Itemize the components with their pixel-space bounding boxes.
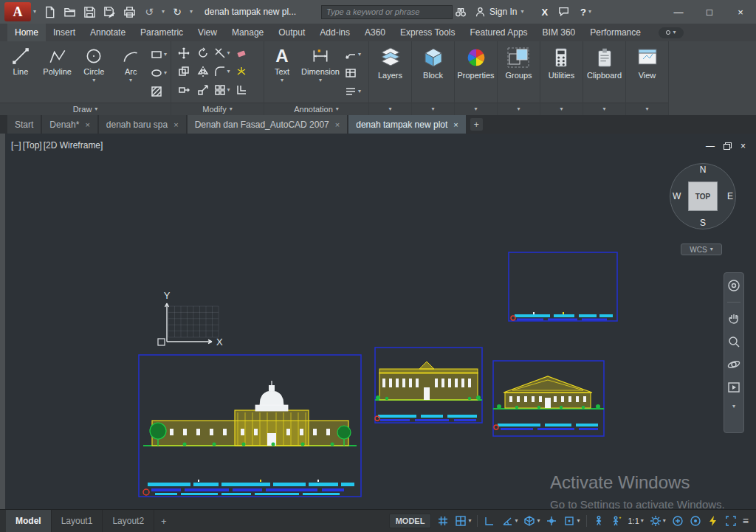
ellipse-button[interactable]: ▾: [151, 66, 167, 80]
file-tab-denah-tampak-new-plot[interactable]: denah tampak new plot×: [348, 115, 466, 134]
sign-in-button[interactable]: Sign In ▾: [475, 7, 523, 18]
trim-button[interactable]: ▾: [214, 47, 230, 59]
wcs-menu[interactable]: WCS ▾: [681, 243, 722, 255]
leader-button[interactable]: ▾: [345, 47, 361, 62]
fillet-button[interactable]: ▾: [214, 66, 230, 77]
maximize-button[interactable]: □: [694, 0, 725, 24]
erase-button[interactable]: [236, 47, 247, 59]
elevation-main[interactable]: [139, 355, 361, 497]
viewcube-west[interactable]: W: [673, 191, 681, 201]
file-tab-start[interactable]: Start: [7, 115, 41, 134]
arc-button[interactable]: Arc ▾: [114, 44, 148, 103]
drawing-canvas[interactable]: Y X: [5, 134, 756, 509]
close-tab-icon[interactable]: ×: [453, 120, 458, 129]
close-tab-icon[interactable]: ×: [335, 120, 340, 129]
ribbon-tab-addins[interactable]: Add-ins: [312, 24, 357, 41]
viewcube-east[interactable]: E: [727, 191, 733, 201]
viewport-view-menu[interactable]: [Top]: [23, 140, 42, 151]
save-as-button[interactable]: [102, 4, 117, 19]
clean-screen-button[interactable]: [725, 515, 737, 527]
orbit-icon[interactable]: [727, 358, 740, 371]
ribbon-tab-performance[interactable]: Performance: [583, 24, 648, 41]
viewcube[interactable]: N S W E TOP: [670, 163, 736, 229]
ribbon-tab-home[interactable]: Home: [7, 24, 46, 41]
search-input[interactable]: [321, 5, 453, 19]
annotation-scale-button[interactable]: 1:1▾: [628, 517, 644, 525]
isodraft-button[interactable]: ▾: [523, 515, 540, 527]
navbar-caret-icon[interactable]: ▾: [732, 404, 735, 410]
annotation-visibility-button[interactable]: [593, 515, 605, 527]
undo-button[interactable]: ↺: [142, 4, 157, 19]
communication-center-icon[interactable]: [558, 6, 570, 18]
close-tab-icon[interactable]: ×: [85, 120, 89, 129]
ribbon-tab-view[interactable]: View: [190, 24, 224, 41]
new-layout-button[interactable]: +: [154, 510, 173, 532]
array-button[interactable]: ▾: [214, 84, 230, 96]
graphics-performance-button[interactable]: [707, 515, 719, 527]
model-space-viewport[interactable]: [−] [Top] [2D Wireframe] — × Y X: [0, 134, 756, 509]
search-button[interactable]: [453, 5, 469, 19]
file-tab-denah-dan-fasad[interactable]: Denah dan Fasad_AutoCAD 2007×: [188, 115, 348, 134]
osnap-button[interactable]: ▾: [563, 515, 580, 527]
viewcube-top-face[interactable]: TOP: [688, 182, 718, 211]
application-menu-button[interactable]: A: [4, 2, 31, 21]
file-tab-denah[interactable]: Denah*×: [42, 115, 97, 134]
block-button[interactable]: Block: [422, 44, 445, 103]
draw-panel-footer[interactable]: Draw▾: [0, 103, 171, 115]
drawing-close-button[interactable]: ×: [740, 141, 746, 151]
rotate-button[interactable]: [197, 47, 209, 59]
model-tab[interactable]: Model: [6, 510, 52, 532]
customization-button[interactable]: ≡: [743, 515, 749, 527]
properties-panel-footer[interactable]: ▾: [455, 103, 497, 115]
polyline-button[interactable]: Polyline: [41, 44, 75, 103]
clipboard-button[interactable]: Clipboard: [587, 44, 622, 103]
table-button[interactable]: [345, 66, 361, 80]
scale-button[interactable]: [197, 84, 209, 96]
application-menu-caret-icon[interactable]: ▾: [33, 9, 36, 15]
view-panel-footer[interactable]: ▾: [626, 103, 668, 115]
ribbon-tab-annotate[interactable]: Annotate: [83, 24, 133, 41]
pan-hand-icon[interactable]: [727, 312, 740, 325]
explode-button[interactable]: [236, 66, 247, 77]
new-file-button[interactable]: [42, 4, 57, 19]
copy-button[interactable]: [178, 66, 190, 77]
osnap-tracking-button[interactable]: [546, 515, 557, 527]
grid-display-button[interactable]: [437, 515, 449, 527]
layers-button[interactable]: Layers: [378, 44, 402, 103]
viewport-controls-menu[interactable]: [−]: [11, 140, 21, 151]
minimize-button[interactable]: —: [663, 0, 694, 24]
ribbon-tab-bim360[interactable]: BIM 360: [535, 24, 583, 41]
move-button[interactable]: [178, 47, 190, 59]
rectangle-button[interactable]: ▾: [151, 47, 167, 62]
ribbon-tab-a360[interactable]: A360: [357, 24, 393, 41]
hatch-button[interactable]: [151, 84, 167, 99]
properties-button[interactable]: Properties: [457, 44, 494, 103]
viewport-visual-style-menu[interactable]: [2D Wireframe]: [44, 140, 103, 151]
ribbon-tab-insert[interactable]: Insert: [46, 24, 83, 41]
isolate-objects-button[interactable]: [690, 515, 701, 527]
viewcube-south[interactable]: S: [700, 218, 706, 228]
layout1-tab[interactable]: Layout1: [52, 510, 103, 532]
close-tab-icon[interactable]: ×: [173, 120, 178, 129]
exchange-apps-icon[interactable]: X: [541, 7, 548, 18]
save-button[interactable]: [82, 4, 97, 19]
full-navigation-wheel-icon[interactable]: [727, 279, 740, 292]
model-space-button[interactable]: MODEL: [389, 514, 432, 528]
drawing-restore-button[interactable]: [724, 142, 732, 150]
circle-button[interactable]: Circle ▾: [78, 44, 111, 103]
close-button[interactable]: ×: [725, 0, 756, 24]
ribbon-tab-featured-apps[interactable]: Featured Apps: [463, 24, 535, 41]
workspace-switching-button[interactable]: ▾: [650, 515, 666, 527]
file-tab-denah-baru-spa[interactable]: denah baru spa×: [99, 115, 186, 134]
text-button[interactable]: A Text ▾: [268, 44, 296, 103]
drawing-minimize-button[interactable]: —: [706, 141, 715, 151]
mirror-button[interactable]: [197, 66, 209, 77]
clipboard-panel-footer[interactable]: ▾: [583, 103, 625, 115]
open-button[interactable]: [62, 4, 77, 19]
elevation-right[interactable]: [493, 361, 604, 436]
redo-caret-icon[interactable]: ▾: [190, 9, 193, 15]
ortho-button[interactable]: [484, 515, 495, 527]
ribbon-display-toggle[interactable]: ▾: [659, 27, 684, 38]
stretch-button[interactable]: [178, 84, 190, 96]
polar-tracking-button[interactable]: ▾: [501, 515, 518, 527]
